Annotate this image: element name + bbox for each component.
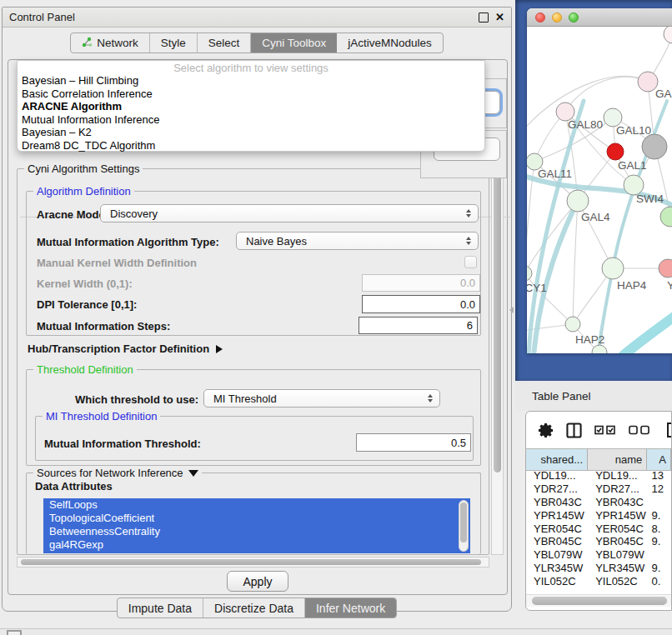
sources-title-wrap[interactable]: Sources for Network Inference	[33, 467, 202, 479]
table-row[interactable]: YBR043CYBR043C	[526, 496, 671, 509]
new-column-icon[interactable]	[666, 422, 672, 438]
tab-style[interactable]: Style	[150, 33, 198, 52]
corner-grip-icon[interactable]	[7, 630, 22, 635]
table-horizontal-scrollbar[interactable]	[526, 594, 671, 607]
network-node[interactable]	[664, 27, 672, 43]
float-window-icon[interactable]	[479, 12, 489, 22]
network-edge-thick[interactable]	[623, 316, 672, 353]
attribute-item[interactable]: SelfLoops	[43, 498, 470, 512]
network-node[interactable]	[602, 258, 624, 279]
mi-algorithm-type-label: Mutual Information Algorithm Type:	[37, 236, 219, 248]
network-canvas[interactable]: GALGAL80GAL10GAL1GAL11SWI4GAL4GCY1HAP4YH…	[527, 27, 672, 353]
dpi-tolerance-label: DPI Tolerance [0,1]:	[37, 298, 137, 311]
settings-horizontal-scrollbar[interactable]	[17, 557, 489, 568]
table-row[interactable]: YDR27...YDR27...12	[526, 482, 671, 496]
apply-button[interactable]: Apply	[227, 571, 288, 592]
threshold-definition-title: Threshold Definition	[33, 363, 137, 376]
algorithm-option[interactable]: ARACNE Algorithm	[18, 100, 484, 113]
network-node[interactable]	[527, 266, 532, 281]
table-row[interactable]: YBL079WYBL079W	[526, 548, 671, 562]
attribute-item[interactable]: BetweennessCentrality	[43, 525, 470, 538]
bottom-tab-discretize-data[interactable]: Discretize Data	[203, 598, 305, 618]
sources-group: Sources for Network Inference Data Attri…	[26, 472, 481, 554]
hub-definition-toggle[interactable]: Hub/Transcription Factor Definition	[28, 342, 223, 355]
mi-threshold-definition-title: MI Threshold Definition	[43, 410, 160, 422]
algorithm-dropdown-placeholder: Select algorithm to view settings	[18, 62, 484, 74]
tab-label: jActiveMNodules	[348, 37, 432, 49]
which-threshold-select[interactable]: MI Threshold	[203, 389, 440, 408]
algorithm-option[interactable]: Mutual Information Inference	[18, 113, 484, 127]
combo-arrows-icon	[466, 237, 471, 245]
unselect-columns-icon[interactable]	[629, 425, 650, 435]
dpi-tolerance-field[interactable]: 0.0	[362, 295, 480, 313]
network-edge[interactable]	[565, 77, 648, 112]
column-header-name[interactable]: name	[588, 449, 647, 470]
bottom-tab-infer-network[interactable]: Infer Network	[305, 598, 396, 618]
zoom-traffic-light-icon[interactable]	[569, 12, 579, 22]
select-all-columns-icon[interactable]	[594, 425, 616, 435]
split-view-icon[interactable]	[566, 422, 582, 438]
combo-arrows-icon	[466, 209, 471, 218]
aracne-mode-label: Aracne Mode:	[37, 208, 108, 221]
table-row[interactable]: YBR045CYBR045C9.	[526, 535, 671, 548]
algorithm-option[interactable]: Bayesian – K2	[18, 126, 484, 139]
settings-vertical-scrollbar[interactable]	[491, 168, 504, 555]
column-header-shared...[interactable]: shared...	[526, 449, 588, 470]
kernel-width-value: 0.0	[460, 277, 475, 289]
node-label-GAL80: GAL80	[568, 118, 603, 131]
network-node[interactable]	[567, 190, 589, 212]
network-node[interactable]	[659, 259, 672, 278]
column-header-A[interactable]: A	[647, 449, 671, 470]
data-attributes-list[interactable]: SelfLoopsTopologicalCoefficientBetweenne…	[43, 498, 470, 553]
mi-steps-field[interactable]: 6	[359, 317, 478, 334]
tab-select[interactable]: Select	[198, 33, 252, 52]
attribute-item[interactable]: gal4RGexp	[43, 538, 470, 552]
close-traffic-light-icon[interactable]	[535, 12, 545, 22]
attribute-item[interactable]: TopologicalCoefficient	[43, 512, 470, 525]
aracne-mode-select[interactable]: Discovery	[100, 204, 479, 222]
table-row[interactable]: YLR345WYLR345W9.	[526, 562, 671, 575]
node-label-GCY1: GCY1	[527, 282, 547, 294]
table-row[interactable]: YDL19...YDL19...13	[526, 469, 671, 482]
table-cell: YBR045C	[526, 535, 588, 548]
algorithm-option[interactable]: Dream8 DC_TDC Algorithm	[18, 139, 484, 152]
node-label-GAL11: GAL11	[538, 168, 572, 180]
tab-label: Select	[208, 37, 240, 49]
table-panel-header: Table Panel	[515, 381, 672, 411]
network-view-frame: GALGAL80GAL10GAL1GAL11SWI4GAL4GCY1HAP4YH…	[515, 0, 672, 381]
gear-icon[interactable]	[538, 422, 554, 438]
tab-network[interactable]: Network	[71, 33, 150, 52]
close-icon[interactable]: ✕	[495, 13, 504, 22]
hub-definition-label: Hub/Transcription Factor Definition	[28, 342, 209, 355]
network-node[interactable]	[660, 207, 672, 227]
network-window: GALGAL80GAL10GAL1GAL11SWI4GAL4GCY1HAP4YH…	[527, 8, 672, 353]
algorithm-option[interactable]: Bayesian – Hill Climbing	[18, 74, 484, 88]
panel-splitter-handle[interactable]	[509, 307, 514, 313]
mi-threshold-field[interactable]: 0.5	[356, 433, 471, 452]
table-cell: YPR145W	[526, 509, 588, 522]
table-row[interactable]: YIL052CYIL052C0.	[526, 574, 671, 588]
network-node[interactable]	[607, 143, 624, 160]
manual-kernel-width-checkbox[interactable]	[464, 256, 477, 268]
network-edge[interactable]	[573, 201, 578, 324]
attribute-list-scrollbar[interactable]	[459, 500, 469, 552]
table-toolbar	[526, 412, 671, 448]
table-row[interactable]: YER054CYER054C8.	[526, 522, 671, 535]
mi-algorithm-type-select[interactable]: Naive Bayes	[236, 232, 479, 250]
network-node[interactable]	[592, 345, 607, 353]
top-tab-bar: NetworkStyleSelectCyni ToolboxjActiveMNo…	[3, 32, 511, 53]
bottom-tab-impute-data[interactable]: Impute Data	[118, 598, 203, 618]
table-row[interactable]: YPR145WYPR145W9.	[526, 508, 671, 522]
table-cell: 9.	[647, 535, 671, 548]
table-cell: 8.	[647, 522, 671, 535]
network-node[interactable]	[642, 134, 667, 159]
network-node[interactable]	[565, 317, 580, 332]
algorithm-option[interactable]: Basic Correlation Inference	[18, 88, 484, 101]
kernel-width-field[interactable]: 0.0	[362, 274, 480, 292]
table-cell: YBR043C	[588, 496, 647, 508]
expanded-arrow-icon	[188, 470, 198, 477]
node-label-HAP4: HAP4	[617, 279, 647, 292]
minimize-traffic-light-icon[interactable]	[552, 12, 562, 22]
tab-jactivemnodules[interactable]: jActiveMNodules	[337, 33, 443, 52]
tab-cyni-toolbox[interactable]: Cyni Toolbox	[251, 33, 337, 52]
